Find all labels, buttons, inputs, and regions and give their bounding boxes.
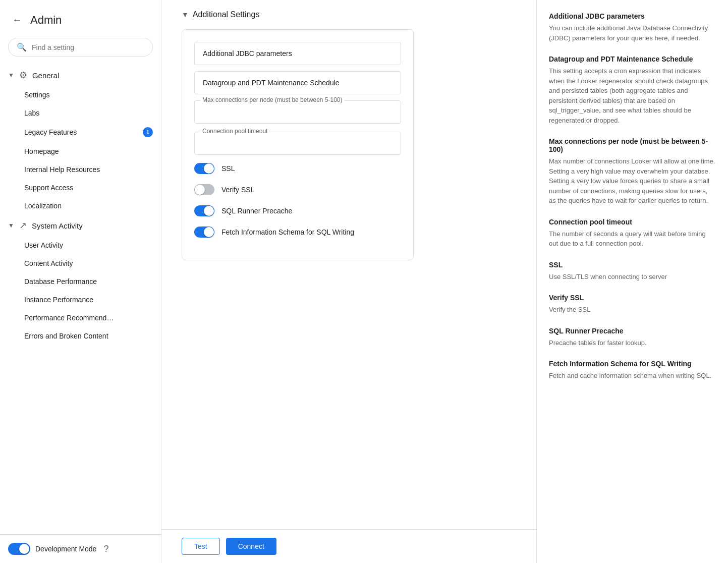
help-entry-7: Fetch Information Schema for SQL Writing… — [549, 360, 716, 381]
sidebar-item-support-access[interactable]: Support Access — [0, 179, 161, 197]
verify-ssl-toggle-row: Verify SSL — [194, 184, 401, 195]
section-title-text: Additional Settings — [193, 10, 260, 19]
help-title-5: Verify SSL — [549, 294, 716, 302]
connection-timeout-input[interactable]: 120 — [194, 132, 401, 155]
search-container: 🔍 — [0, 34, 161, 65]
help-desc-3: The number of seconds a query will wait … — [549, 229, 716, 249]
system-activity-label: System Activity — [32, 221, 83, 230]
verify-ssl-toggle[interactable] — [194, 184, 214, 195]
search-box: 🔍 — [8, 38, 153, 57]
legacy-features-badge: 1 — [143, 127, 153, 137]
sidebar-item-homepage[interactable]: Homepage — [0, 142, 161, 160]
ssl-label: SSL — [221, 164, 235, 173]
fetch-schema-label: Fetch Information Schema for SQL Writing — [221, 228, 354, 236]
ssl-toggle[interactable] — [194, 163, 214, 174]
nav-list: ▼ ⚙ General Settings Labs Legacy Feature… — [0, 65, 161, 534]
sidebar: ← Admin 🔍 ▼ ⚙ General Settings Labs Lega… — [0, 0, 161, 563]
general-section-header[interactable]: ▼ ⚙ General — [0, 65, 161, 86]
help-desc-4: Use SSL/TLS when connecting to server — [549, 272, 716, 282]
right-panel: Additional JDBC parameters You can inclu… — [536, 0, 728, 563]
fetch-schema-toggle[interactable] — [194, 227, 214, 238]
help-entry-1: Datagroup and PDT Maintenance Schedule T… — [549, 55, 716, 125]
sidebar-item-errors-broken-content[interactable]: Errors and Broken Content — [0, 327, 161, 345]
datagroup-schedule-button[interactable]: Datagroup and PDT Maintenance Schedule — [194, 71, 401, 94]
help-circle-icon[interactable]: ? — [103, 544, 108, 554]
homepage-label: Homepage — [24, 147, 59, 155]
internal-help-label: Internal Help Resources — [24, 165, 100, 174]
help-title-6: SQL Runner Precache — [549, 327, 716, 335]
dev-mode-toggle[interactable] — [8, 543, 30, 555]
help-desc-0: You can include additional Java Database… — [549, 23, 716, 43]
help-entry-4: SSL Use SSL/TLS when connecting to serve… — [549, 261, 716, 282]
verify-ssl-label: Verify SSL — [221, 186, 254, 194]
general-label: General — [32, 71, 59, 80]
help-desc-7: Fetch and cache information schema when … — [549, 371, 716, 381]
sidebar-item-database-performance[interactable]: Database Performance — [0, 272, 161, 291]
instance-performance-label: Instance Performance — [24, 296, 93, 304]
help-title-7: Fetch Information Schema for SQL Writing — [549, 360, 716, 368]
main-content: ▼ Additional Settings Additional JDBC pa… — [161, 0, 536, 563]
localization-label: Localization — [24, 202, 62, 210]
sidebar-header: ← Admin — [0, 0, 161, 34]
connection-timeout-field-group: Connection pool timeout 120 — [194, 132, 401, 155]
back-button[interactable]: ← — [10, 12, 24, 28]
search-input[interactable] — [32, 43, 144, 51]
ssl-toggle-row: SSL — [194, 163, 401, 174]
sidebar-item-localization[interactable]: Localization — [0, 197, 161, 215]
content-activity-label: Content Activity — [24, 259, 73, 267]
help-title-0: Additional JDBC parameters — [549, 12, 716, 20]
legacy-features-label: Legacy Features — [24, 128, 77, 136]
system-activity-section-header[interactable]: ▼ ↗ System Activity — [0, 215, 161, 236]
errors-broken-content-label: Errors and Broken Content — [24, 332, 108, 340]
admin-title: Admin — [30, 14, 62, 27]
sql-runner-label: SQL Runner Precache — [221, 207, 292, 215]
help-desc-2: Max number of connections Looker will al… — [549, 156, 716, 206]
help-entry-2: Max connections per node (must be betwee… — [549, 137, 716, 206]
dev-mode-label: Development Mode — [35, 545, 96, 553]
sidebar-footer: Development Mode ? — [0, 534, 161, 563]
connect-button[interactable]: Connect — [226, 538, 276, 555]
help-entry-5: Verify SSL Verify the SSL — [549, 294, 716, 315]
sidebar-item-instance-performance[interactable]: Instance Performance — [0, 291, 161, 309]
help-title-2: Max connections per node (must be betwee… — [549, 137, 716, 153]
gear-icon: ⚙ — [19, 70, 27, 81]
help-desc-5: Verify the SSL — [549, 305, 716, 315]
sidebar-item-legacy-features[interactable]: Legacy Features 1 — [0, 122, 161, 142]
test-button[interactable]: Test — [182, 538, 220, 555]
help-title-1: Datagroup and PDT Maintenance Schedule — [549, 55, 716, 63]
sidebar-item-user-activity[interactable]: User Activity — [0, 236, 161, 254]
database-performance-label: Database Performance — [24, 277, 97, 286]
general-chevron-icon: ▼ — [8, 72, 14, 79]
main-footer: Test Connect — [161, 529, 536, 563]
help-desc-1: This setting accepts a cron expression t… — [549, 66, 716, 125]
max-connections-input[interactable]: 30 — [194, 100, 401, 124]
sidebar-item-settings[interactable]: Settings — [0, 86, 161, 104]
trending-up-icon: ↗ — [19, 220, 27, 231]
performance-recommend-label: Performance Recommend… — [24, 314, 114, 322]
back-arrow-icon: ← — [12, 14, 22, 26]
max-connections-field-group: Max connections per node (must be betwee… — [194, 100, 401, 124]
sql-runner-toggle-row: SQL Runner Precache — [194, 205, 401, 216]
sql-runner-toggle[interactable] — [194, 205, 214, 216]
help-title-4: SSL — [549, 261, 716, 269]
connection-timeout-label: Connection pool timeout — [200, 128, 269, 135]
fetch-schema-toggle-row: Fetch Information Schema for SQL Writing — [194, 227, 401, 238]
sidebar-item-performance-recommend[interactable]: Performance Recommend… — [0, 309, 161, 327]
user-activity-label: User Activity — [24, 241, 63, 249]
jdbc-params-button[interactable]: Additional JDBC parameters — [194, 42, 401, 65]
max-connections-label: Max connections per node (must be betwee… — [200, 96, 345, 103]
help-title-3: Connection pool timeout — [549, 218, 716, 226]
sidebar-item-labs[interactable]: Labs — [0, 104, 161, 122]
help-desc-6: Precache tables for faster lookup. — [549, 338, 716, 348]
settings-card: Additional JDBC parameters Datagroup and… — [182, 29, 414, 260]
settings-label: Settings — [24, 91, 50, 99]
section-chevron-icon: ▼ — [182, 11, 189, 19]
system-activity-chevron-icon: ▼ — [8, 222, 14, 229]
sidebar-item-internal-help[interactable]: Internal Help Resources — [0, 160, 161, 179]
search-icon: 🔍 — [17, 42, 27, 52]
main-scrollable: ▼ Additional Settings Additional JDBC pa… — [161, 0, 536, 529]
sidebar-item-content-activity[interactable]: Content Activity — [0, 254, 161, 272]
help-entry-6: SQL Runner Precache Precache tables for … — [549, 327, 716, 348]
support-access-label: Support Access — [24, 184, 73, 192]
help-entry-0: Additional JDBC parameters You can inclu… — [549, 12, 716, 43]
